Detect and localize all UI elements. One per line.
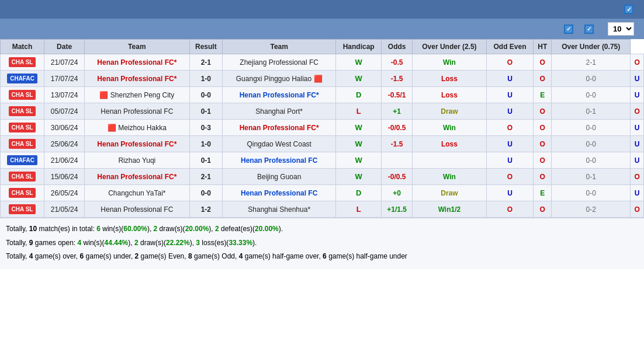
over-under-075: O [631, 103, 644, 120]
match-date: 13/07/24 [44, 87, 85, 103]
chafac-filter[interactable]: ✓ [564, 25, 576, 34]
team2-name: Henan Professional FC* [223, 120, 336, 136]
odds: Win [413, 169, 487, 185]
match-badge: CHA SL [1, 169, 44, 185]
table-row: CHA SL 30/06/24 🟥 Meizhou Hakka 0-3 Hena… [1, 120, 644, 136]
table-row: CHAFAC 17/07/24 Henan Professional FC* 1… [1, 71, 644, 87]
ht-score: 0-0 [552, 185, 631, 201]
team1-name: Rizhao Yuqi [85, 152, 190, 169]
odd-even: O [534, 169, 552, 185]
table-header-row: Match Date Team Result Team Handicap Odd… [1, 40, 644, 54]
col-match: Match [1, 40, 44, 54]
team1-name: Henan Professional FC* [85, 71, 190, 87]
over-under-075: O [631, 169, 644, 185]
odds: Win1/2 [413, 201, 487, 218]
odd-even: E [534, 185, 552, 201]
wdl: L [336, 103, 382, 120]
match-badge: CHA SL [1, 185, 44, 201]
ht-score: 0-0 [552, 120, 631, 136]
match-badge: CHA SL [1, 54, 44, 71]
handicap: -0.5 [382, 54, 413, 71]
team1-name: 🟥 Meizhou Hakka [85, 120, 190, 136]
table-row: CHA SL 05/07/24 Henan Professional FC 0-… [1, 103, 644, 120]
over-under-075: O [631, 201, 644, 218]
over-under-25: U [486, 136, 533, 152]
match-badge: CHA SL [1, 201, 44, 218]
team2-name: Shanghai Shenhua* [223, 201, 336, 218]
team2-name: Shanghai Port* [223, 103, 336, 120]
odds: Loss [413, 71, 487, 87]
chasl-filter[interactable]: ✓ [584, 25, 597, 34]
team1-name: Changchun YaTai* [85, 185, 190, 201]
match-date: 26/05/24 [44, 185, 85, 201]
wdl: W [336, 152, 382, 169]
over-under-25: O [486, 169, 533, 185]
match-date: 25/06/24 [44, 136, 85, 152]
wdl: D [336, 87, 382, 103]
handicap: -1.5 [382, 136, 413, 152]
match-date: 15/06/24 [44, 169, 85, 185]
team2-name: Henan Professional FC [223, 152, 336, 169]
match-date: 30/06/24 [44, 120, 85, 136]
table-row: CHA SL 21/05/24 Henan Professional FC 1-… [1, 201, 644, 218]
table-row: CHAFAC 21/06/24 Rizhao Yuqi 0-1 Henan Pr… [1, 152, 644, 169]
team2-name: Beijing Guoan [223, 169, 336, 185]
odd-even: O [534, 120, 552, 136]
col-over-under-25: Over Under (2.5) [413, 40, 487, 54]
team1-name: Henan Professional FC [85, 103, 190, 120]
odds: Win [413, 120, 487, 136]
summary-line2: Totally, 9 games open: 4 win(s)(44.44%),… [6, 237, 638, 250]
over-under-25: O [486, 54, 533, 71]
odd-even: O [534, 201, 552, 218]
odds: Draw [413, 103, 487, 120]
match-result: 0-3 [189, 120, 223, 136]
odd-even: O [534, 103, 552, 120]
handicap: -0/0.5 [382, 169, 413, 185]
games-select[interactable]: 10 20 30 [608, 22, 634, 36]
ht-score: 0-0 [552, 152, 631, 169]
match-badge: CHA SL [1, 103, 44, 120]
summary-line1: Totally, 10 match(es) in total: 6 win(s)… [6, 223, 638, 236]
chasl-checkbox[interactable]: ✓ [584, 25, 594, 34]
odds [413, 152, 487, 169]
table-row: CHA SL 21/07/24 Henan Professional FC* 2… [1, 54, 644, 71]
over-under-075: O [631, 54, 644, 71]
over-under-25: O [486, 120, 533, 136]
over-under-075: U [631, 152, 644, 169]
display-notes-checkbox[interactable]: ✓ [624, 5, 633, 14]
wdl: L [336, 201, 382, 218]
odds: Draw [413, 185, 487, 201]
ht-score: 0-1 [552, 103, 631, 120]
match-result: 2-1 [189, 169, 223, 185]
odd-even: O [534, 136, 552, 152]
team1-name: Henan Professional FC* [85, 169, 190, 185]
wdl: W [336, 120, 382, 136]
ht-score: 0-0 [552, 71, 631, 87]
over-under-075: U [631, 87, 644, 103]
wdl: W [336, 54, 382, 71]
display-notes-container: ✓ [624, 5, 637, 14]
team2-name: Henan Professional FC [223, 185, 336, 201]
over-under-25: U [486, 152, 533, 169]
wdl: W [336, 71, 382, 87]
team1-name: Henan Professional FC [85, 201, 190, 218]
ht-score: 0-0 [552, 136, 631, 152]
over-under-075: U [631, 136, 644, 152]
table-row: CHA SL 25/06/24 Henan Professional FC* 1… [1, 136, 644, 152]
match-badge: CHA SL [1, 120, 44, 136]
match-date: 21/06/24 [44, 152, 85, 169]
over-under-075: U [631, 120, 644, 136]
col-ht: HT [534, 40, 552, 54]
ht-score: 0-1 [552, 169, 631, 185]
last-games-filter: 10 20 30 [605, 22, 637, 36]
handicap: -1.5 [382, 71, 413, 87]
summary-section: Totally, 10 match(es) in total: 6 win(s)… [0, 218, 644, 269]
team1-name: Henan Professional FC* [85, 54, 190, 71]
wdl: W [336, 136, 382, 152]
team2-name: Guangxi Pingguo Haliao 🟥 [223, 71, 336, 87]
chafac-checkbox[interactable]: ✓ [564, 25, 573, 34]
team1-name: 🟥 Shenzhen Peng City [85, 87, 190, 103]
handicap [382, 152, 413, 169]
scores-table: Match Date Team Result Team Handicap Odd… [0, 39, 644, 218]
handicap: +0 [382, 185, 413, 201]
